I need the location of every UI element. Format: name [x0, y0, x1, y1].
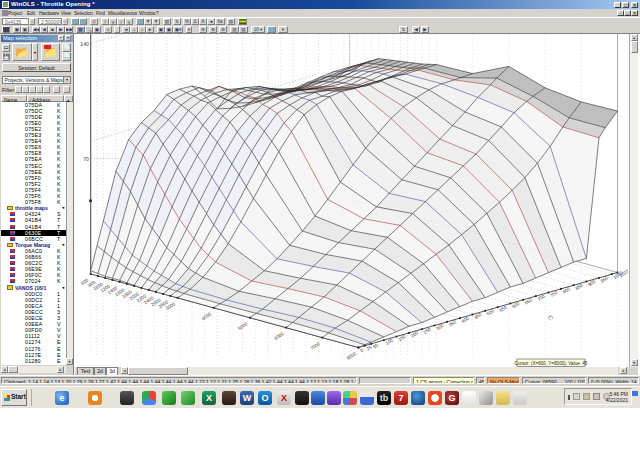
svg-text:70: 70: [83, 156, 89, 162]
svg-text:7000: 7000: [310, 341, 322, 351]
svg-text:Cursor: (X=600, Y=8000), Value: Cursor: (X=600, Y=8000), Value: 45: [515, 361, 588, 366]
svg-text:450: 450: [473, 312, 483, 321]
svg-text:(*): (*): [547, 314, 554, 321]
svg-text:650: 650: [524, 297, 534, 306]
svg-text:950: 950: [600, 275, 610, 284]
svg-text:550: 550: [499, 304, 509, 313]
svg-text:200: 200: [410, 330, 420, 339]
svg-text:750: 750: [549, 290, 559, 299]
svg-text:4000: 4000: [201, 311, 213, 321]
svg-text:500: 500: [486, 308, 496, 317]
svg-text:700: 700: [537, 293, 547, 302]
svg-text:800: 800: [562, 286, 572, 295]
svg-text:350: 350: [448, 319, 458, 328]
svg-text:300: 300: [435, 323, 445, 332]
svg-text:150: 150: [397, 334, 407, 343]
svg-text:0: 0: [359, 348, 364, 354]
svg-text:600: 600: [511, 301, 521, 310]
svg-text:5000: 5000: [237, 321, 249, 331]
svg-text:850: 850: [575, 282, 585, 291]
svg-text:1023: 1023: [618, 268, 628, 278]
svg-text:8000: 8000: [346, 351, 358, 361]
svg-text:400: 400: [461, 315, 471, 324]
svg-text:140: 140: [80, 41, 89, 47]
svg-text:250: 250: [423, 326, 433, 335]
svg-text:900: 900: [587, 279, 597, 288]
svg-text:6000: 6000: [273, 331, 285, 341]
